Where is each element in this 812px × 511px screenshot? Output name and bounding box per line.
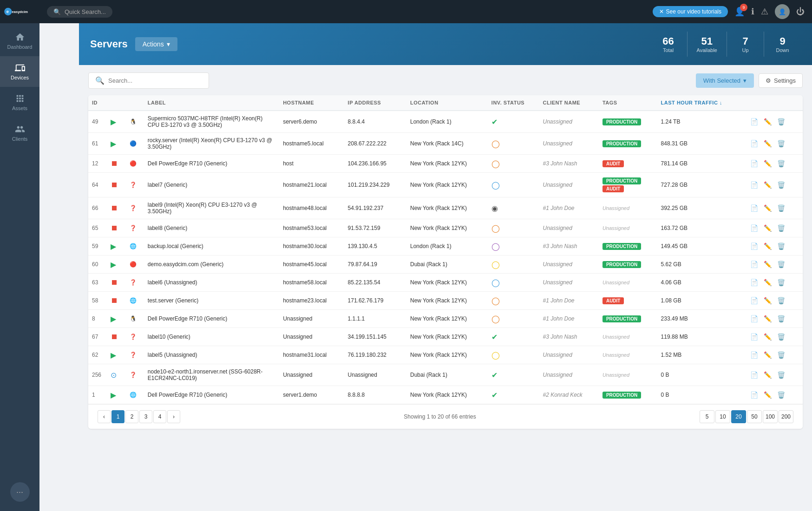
cell-traffic: 1.24 TB: [657, 111, 745, 133]
delete-button[interactable]: 🗑️: [775, 278, 787, 287]
sidebar-item-assets[interactable]: Assets: [0, 87, 39, 118]
delete-button[interactable]: 🗑️: [775, 350, 787, 360]
cell-hostname: hostname53.local: [279, 219, 344, 237]
view-button[interactable]: 📄: [748, 390, 760, 400]
edit-button[interactable]: ✏️: [762, 390, 773, 400]
logo-image: e easydcim: [4, 5, 36, 18]
view-button[interactable]: 📄: [748, 278, 760, 287]
page-2-button[interactable]: 2: [125, 410, 138, 423]
view-button[interactable]: 📄: [748, 223, 760, 233]
edit-button[interactable]: ✏️: [762, 117, 773, 126]
col-status: [107, 95, 126, 111]
delete-button[interactable]: 🗑️: [775, 223, 787, 233]
view-button[interactable]: 📄: [748, 296, 760, 305]
edit-button[interactable]: ✏️: [762, 332, 773, 341]
more-button[interactable]: ···: [10, 482, 30, 502]
cell-tags: Unassigned: [599, 364, 657, 386]
per-page-50[interactable]: 50: [747, 410, 762, 423]
power-icon[interactable]: ⏻: [796, 7, 805, 17]
edit-button[interactable]: ✏️: [762, 180, 773, 190]
edit-button[interactable]: ✏️: [762, 260, 773, 269]
view-button[interactable]: 📄: [748, 242, 760, 251]
delete-button[interactable]: 🗑️: [775, 159, 787, 168]
logo[interactable]: e easydcim: [0, 0, 39, 23]
edit-button[interactable]: ✏️: [762, 350, 773, 360]
delete-button[interactable]: 🗑️: [775, 296, 787, 305]
search-box[interactable]: 🔍: [88, 72, 209, 89]
sidebar-item-devices[interactable]: Devices: [0, 56, 39, 87]
view-button[interactable]: 📄: [748, 117, 760, 126]
view-button[interactable]: 📄: [748, 139, 760, 148]
view-button[interactable]: 📄: [748, 332, 760, 341]
cell-label: label8 (Generic): [144, 219, 279, 237]
video-tutorials-button[interactable]: ✕ See our video tutorials: [653, 6, 728, 17]
page-prev-button[interactable]: ‹: [98, 410, 111, 423]
delete-button[interactable]: 🗑️: [775, 139, 787, 148]
edit-button[interactable]: ✏️: [762, 278, 773, 287]
view-button[interactable]: 📄: [748, 159, 760, 168]
cell-inv-status: ✔: [488, 328, 539, 346]
info-icon[interactable]: ℹ: [751, 7, 754, 17]
user-icon[interactable]: 👤 9: [734, 7, 745, 17]
delete-button[interactable]: 🗑️: [775, 314, 787, 323]
page-next-button[interactable]: ›: [167, 410, 180, 423]
delete-button[interactable]: 🗑️: [775, 370, 787, 380]
stat-up-label: Up: [736, 47, 754, 53]
edit-button[interactable]: ✏️: [762, 370, 773, 380]
view-button[interactable]: 📄: [748, 370, 760, 380]
edit-button[interactable]: ✏️: [762, 296, 773, 305]
delete-button[interactable]: 🗑️: [775, 242, 787, 251]
cell-id: 256: [88, 364, 107, 386]
cell-traffic: 119.88 MB: [657, 328, 745, 346]
search-icon: 🔍: [53, 8, 61, 15]
view-button[interactable]: 📄: [748, 314, 760, 323]
delete-button[interactable]: 🗑️: [775, 203, 787, 213]
cell-hostname: hostname30.local: [279, 237, 344, 256]
cell-client: #3 John Nash: [539, 328, 598, 346]
edit-button[interactable]: ✏️: [762, 139, 773, 148]
delete-button[interactable]: 🗑️: [775, 117, 787, 126]
cell-hostname: hostname5.local: [279, 133, 344, 155]
edit-button[interactable]: ✏️: [762, 203, 773, 213]
cell-id: 58: [88, 292, 107, 310]
view-button[interactable]: 📄: [748, 350, 760, 360]
settings-button[interactable]: ⚙ Settings: [759, 73, 803, 88]
delete-button[interactable]: 🗑️: [775, 180, 787, 190]
view-button[interactable]: 📄: [748, 180, 760, 190]
page-4-button[interactable]: 4: [153, 410, 166, 423]
cell-location: New York (Rack 12YK): [406, 386, 488, 404]
per-page-200[interactable]: 200: [779, 410, 793, 423]
view-button[interactable]: 📄: [748, 260, 760, 269]
delete-button[interactable]: 🗑️: [775, 332, 787, 341]
edit-button[interactable]: ✏️: [762, 242, 773, 251]
actions-button[interactable]: Actions ▾: [135, 37, 177, 51]
alert-icon[interactable]: ⚠: [761, 7, 768, 17]
cell-run-status: ⏹: [107, 274, 126, 292]
avatar[interactable]: 👤: [775, 4, 790, 19]
col-traffic[interactable]: LAST HOUR TRAFFIC ↓: [657, 95, 745, 111]
edit-button[interactable]: ✏️: [762, 159, 773, 168]
cell-id: 62: [88, 346, 107, 364]
with-selected-button[interactable]: With Selected ▾: [696, 73, 754, 88]
per-page-10[interactable]: 10: [715, 410, 730, 423]
search-input[interactable]: [108, 77, 202, 84]
col-hostname: HOSTNAME: [279, 95, 344, 111]
cell-inv-status: ◯: [488, 133, 539, 155]
delete-button[interactable]: 🗑️: [775, 260, 787, 269]
per-page-20[interactable]: 20: [731, 410, 746, 423]
delete-button[interactable]: 🗑️: [775, 390, 787, 400]
page-3-button[interactable]: 3: [139, 410, 152, 423]
sidebar-item-dashboard[interactable]: Dashboard: [0, 26, 39, 56]
edit-button[interactable]: ✏️: [762, 314, 773, 323]
page-1-button[interactable]: 1: [111, 410, 124, 423]
view-button[interactable]: 📄: [748, 203, 760, 213]
edit-button[interactable]: ✏️: [762, 223, 773, 233]
sidebar-item-dashboard-label: Dashboard: [7, 44, 33, 50]
cell-actions: 📄 ✏️ 🗑️: [745, 364, 803, 386]
per-page-5[interactable]: 5: [700, 410, 714, 423]
cell-run-status: ⏹: [107, 173, 126, 197]
cell-run-status: ⊙: [107, 364, 126, 386]
topnav-search-box[interactable]: 🔍 Quick Search...: [47, 6, 112, 18]
per-page-100[interactable]: 100: [763, 410, 778, 423]
sidebar-item-clients[interactable]: Clients: [0, 118, 39, 148]
